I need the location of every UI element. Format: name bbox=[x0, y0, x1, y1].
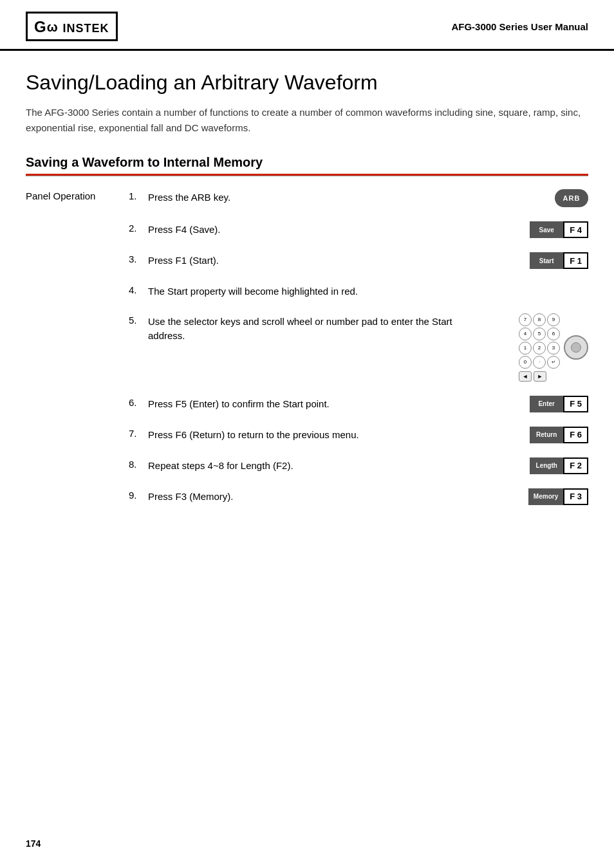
step-1-text: Press the ARB key. bbox=[148, 189, 460, 205]
step-9-number: 9. bbox=[129, 488, 148, 501]
logo: Gω INSTEK bbox=[26, 12, 118, 41]
key-1: 1 bbox=[519, 342, 532, 355]
scroll-inner bbox=[571, 342, 581, 353]
step-9-row: 9. Press F3 (Memory). Memory F 3 bbox=[129, 488, 588, 505]
step-7-number: 7. bbox=[129, 427, 148, 439]
step-8-row: 8. Repeat steps 4~8 for Length (F2). Len… bbox=[129, 457, 588, 474]
scroll-wheel bbox=[564, 335, 588, 360]
step-1-row: 1. Press the ARB key. ARB bbox=[129, 189, 588, 207]
key-2: 2 bbox=[533, 342, 546, 355]
step-2-row: 2. Press F4 (Save). Save F 4 bbox=[129, 221, 588, 238]
key-enter: ↵ bbox=[547, 356, 560, 369]
section-divider bbox=[26, 176, 588, 176]
step-4-number: 4. bbox=[129, 283, 148, 295]
key-7: 7 bbox=[519, 313, 532, 326]
arb-key: ARB bbox=[555, 189, 588, 207]
step-3-number: 3. bbox=[129, 252, 148, 264]
step-9-visual: Memory F 3 bbox=[460, 488, 588, 505]
intro-text: The AFG-3000 Series contain a number of … bbox=[26, 105, 588, 136]
start-key: Start bbox=[530, 252, 563, 269]
f4-key: F 4 bbox=[563, 221, 588, 238]
key-4: 4 bbox=[519, 328, 532, 340]
page-number: 174 bbox=[26, 838, 41, 849]
enter-f5-pair: Enter F 5 bbox=[530, 396, 588, 412]
step-1-visual: ARB bbox=[460, 189, 588, 207]
main-title: Saving/Loading an Arbitrary Waveform bbox=[26, 70, 588, 95]
return-f6-pair: Return F 6 bbox=[530, 427, 588, 443]
step-6-visual: Enter F 5 bbox=[460, 396, 588, 412]
step-6-row: 6. Press F5 (Enter) to confirm the Start… bbox=[129, 396, 588, 412]
step-7-row: 7. Press F6 (Return) to return to the pr… bbox=[129, 427, 588, 443]
step-9-text: Press F3 (Memory). bbox=[148, 488, 460, 504]
step-5-number: 5. bbox=[129, 313, 148, 326]
f6-key: F 6 bbox=[563, 427, 588, 443]
length-f2-pair: Length F 2 bbox=[530, 457, 588, 474]
step-8-number: 8. bbox=[129, 457, 148, 470]
step-6-text: Press F5 (Enter) to confirm the Start po… bbox=[148, 396, 460, 412]
memory-f3-pair: Memory F 3 bbox=[528, 488, 588, 505]
step-3-visual: Start F 1 bbox=[460, 252, 588, 269]
key-dot: · bbox=[533, 356, 546, 369]
step-3-row: 3. Press F1 (Start). Start F 1 bbox=[129, 252, 588, 269]
step-2-visual: Save F 4 bbox=[460, 221, 588, 238]
key-5: 5 bbox=[533, 328, 546, 340]
key-0: 0 bbox=[519, 356, 532, 369]
step-4-row: 4. The Start property will become highli… bbox=[129, 283, 588, 299]
enter-key: Enter bbox=[530, 396, 563, 412]
start-f1-pair: Start F 1 bbox=[530, 252, 588, 269]
step-5-row: 5. Use the selector keys and scroll whee… bbox=[129, 313, 588, 382]
save-f4-pair: Save F 4 bbox=[530, 221, 588, 238]
step-8-text: Repeat steps 4~8 for Length (F2). bbox=[148, 457, 460, 474]
step-7-visual: Return F 6 bbox=[460, 427, 588, 443]
page-content: Saving/Loading an Arbitrary Waveform The… bbox=[0, 51, 614, 559]
key-3: 3 bbox=[547, 342, 560, 355]
numpad-area: 7 8 9 4 5 6 1 2 3 0 · ↵ bbox=[519, 313, 588, 382]
memory-key: Memory bbox=[528, 488, 563, 505]
manual-title: AFG-3000 Series User Manual bbox=[451, 21, 588, 32]
section-heading: Saving a Waveform to Internal Memory bbox=[26, 155, 588, 176]
step-3-text: Press F1 (Start). bbox=[148, 252, 460, 268]
step-2-number: 2. bbox=[129, 221, 148, 234]
panel-label: Panel Operation bbox=[26, 189, 129, 201]
f2-key: F 2 bbox=[563, 457, 588, 474]
step-5-text: Use the selector keys and scroll wheel o… bbox=[148, 313, 460, 344]
f1-key: F 1 bbox=[563, 252, 588, 269]
return-key: Return bbox=[530, 427, 563, 443]
f5-key: F 5 bbox=[563, 396, 588, 412]
step-4-text: The Start property will become highlight… bbox=[148, 283, 460, 299]
key-8: 8 bbox=[533, 313, 546, 326]
step-5-visual: 7 8 9 4 5 6 1 2 3 0 · ↵ bbox=[460, 313, 588, 382]
length-key: Length bbox=[530, 457, 563, 474]
f3-key: F 3 bbox=[563, 488, 588, 505]
key-6: 6 bbox=[547, 328, 560, 340]
step-1-number: 1. bbox=[129, 189, 148, 201]
step-7-text: Press F6 (Return) to return to the previ… bbox=[148, 427, 460, 443]
key-9: 9 bbox=[547, 313, 560, 326]
step-8-visual: Length F 2 bbox=[460, 457, 588, 474]
page-header: Gω INSTEK AFG-3000 Series User Manual bbox=[0, 0, 614, 51]
step-6-number: 6. bbox=[129, 396, 148, 408]
save-key: Save bbox=[530, 221, 563, 238]
numpad-grid: 7 8 9 4 5 6 1 2 3 0 · ↵ bbox=[519, 313, 560, 369]
panel-operation-row: Panel Operation 1. Press the ARB key. AR… bbox=[26, 189, 588, 519]
step-2-text: Press F4 (Save). bbox=[148, 221, 460, 237]
right-arrow: ► bbox=[534, 371, 546, 382]
arrow-pair: ◄ ► bbox=[519, 371, 560, 382]
left-arrow: ◄ bbox=[519, 371, 532, 382]
